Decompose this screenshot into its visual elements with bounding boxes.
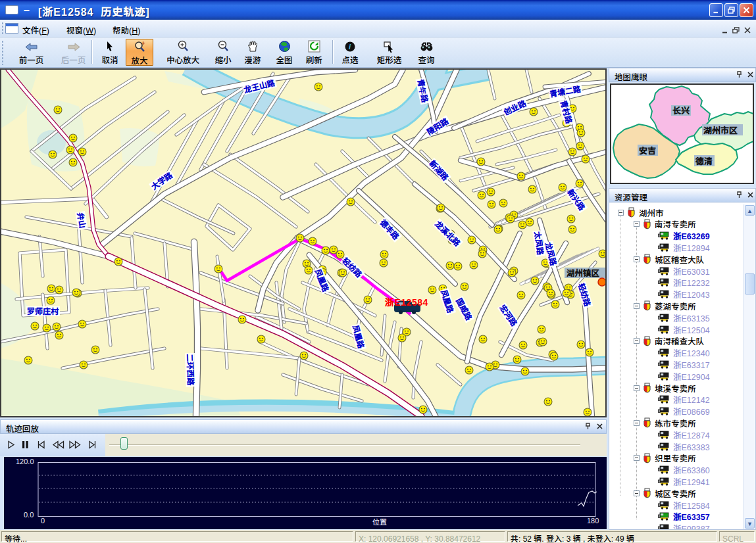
- svg-text:二环西路: 二环西路: [185, 354, 197, 387]
- svg-text:德清: 德清: [695, 154, 713, 167]
- svg-text:120.0: 120.0: [16, 457, 34, 466]
- svg-text:位置: 位置: [372, 516, 387, 527]
- svg-text:180: 180: [587, 515, 599, 525]
- svg-text:0: 0: [41, 515, 45, 525]
- svg-text:0.0: 0.0: [24, 509, 34, 519]
- svg-text:长兴: 长兴: [672, 104, 690, 116]
- svg-text:湖州镇区: 湖州镇区: [567, 266, 600, 279]
- svg-text:罗师庄村: 罗师庄村: [27, 305, 59, 316]
- svg-text:安吉: 安吉: [639, 144, 656, 156]
- svg-text:+: +: [141, 41, 145, 47]
- svg-text:湖州市区: 湖州市区: [703, 124, 738, 136]
- svg-text:浙E12584: 浙E12584: [384, 295, 428, 308]
